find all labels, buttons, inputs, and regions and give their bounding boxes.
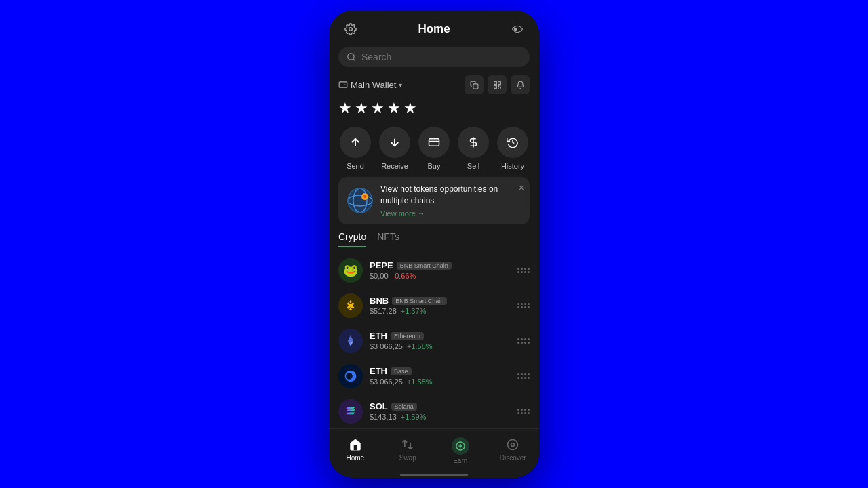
token-avatar-bnb xyxy=(338,293,363,318)
svg-point-27 xyxy=(508,440,518,450)
nav-discover[interactable]: Discover xyxy=(487,434,540,467)
app-header: Home xyxy=(329,10,539,44)
history-button[interactable]: History xyxy=(497,127,528,170)
svg-rect-7 xyxy=(494,81,496,84)
list-item[interactable]: ETH Ethereum $3 066,25 +1.58% xyxy=(338,323,530,359)
search-bar[interactable] xyxy=(338,47,530,67)
token-menu-sol[interactable] xyxy=(517,409,530,414)
receive-button[interactable]: Receive xyxy=(379,127,410,170)
promo-close-button[interactable]: × xyxy=(519,182,524,193)
wallet-action-icons xyxy=(465,75,530,94)
tab-crypto[interactable]: Crypto xyxy=(338,231,366,247)
search-icon xyxy=(347,52,356,62)
token-avatar-pepe: 🐸 xyxy=(338,258,363,283)
action-buttons-row: Send Receive Buy Sell xyxy=(329,124,539,177)
nav-home[interactable]: Home xyxy=(329,434,382,467)
sell-button[interactable]: Sell xyxy=(458,127,489,170)
scan-qr-button[interactable] xyxy=(488,75,507,94)
svg-point-28 xyxy=(511,443,515,447)
token-menu-bnb[interactable] xyxy=(517,303,530,308)
svg-rect-6 xyxy=(473,83,477,88)
list-item[interactable]: SOL Solana $143,13 +1.59% xyxy=(338,394,530,428)
send-button[interactable]: Send xyxy=(340,127,371,170)
token-info-eth-base: ETH Base $3 066,25 +1.58% xyxy=(370,366,511,386)
discover-nav-icon xyxy=(505,437,520,452)
token-avatar-eth-ethereum xyxy=(338,329,363,353)
home-indicator xyxy=(400,474,468,476)
wallet-name-selector[interactable]: Main Wallet ▾ xyxy=(338,80,402,90)
wallet-balance: ★★★★★ xyxy=(329,97,539,124)
notifications-button[interactable] xyxy=(511,75,530,94)
list-item[interactable]: BNB BNB Smart Chain $517,28 +1.37% xyxy=(338,288,530,323)
svg-point-0 xyxy=(349,28,353,31)
settings-button[interactable] xyxy=(341,20,360,39)
svg-point-1 xyxy=(514,28,517,31)
page-title: Home xyxy=(418,22,450,36)
wallet-row: Main Wallet ▾ xyxy=(329,73,539,97)
phone-frame: Home Main Wallet ▾ xyxy=(329,10,539,478)
token-info-pepe: PEPE BNB Smart Chain $0,00 -0.66% xyxy=(370,260,511,280)
promo-icon xyxy=(347,187,374,214)
promo-view-more-link[interactable]: View more → xyxy=(380,209,521,218)
token-list: 🐸 PEPE BNB Smart Chain $0,00 -0.66% xyxy=(329,253,539,428)
token-menu-eth-ethereum[interactable] xyxy=(517,338,530,344)
fish-icon-button[interactable] xyxy=(508,20,527,39)
token-info-eth-ethereum: ETH Ethereum $3 066,25 +1.58% xyxy=(370,331,511,350)
search-input[interactable] xyxy=(361,52,521,62)
wallet-icon xyxy=(338,80,348,89)
promo-banner: View hot tokens opportunities on multipl… xyxy=(338,177,530,224)
svg-rect-9 xyxy=(494,85,496,88)
svg-rect-12 xyxy=(429,139,439,146)
promo-text: View hot tokens opportunities on multipl… xyxy=(380,184,521,218)
nav-earn[interactable]: Earn xyxy=(434,434,487,467)
tab-nfts[interactable]: NFTs xyxy=(377,231,399,247)
token-info-bnb: BNB BNB Smart Chain $517,28 +1.37% xyxy=(370,296,511,315)
svg-rect-5 xyxy=(339,82,347,87)
swap-nav-icon xyxy=(400,437,415,452)
svg-point-24 xyxy=(346,373,353,380)
buy-button[interactable]: Buy xyxy=(418,127,450,170)
token-avatar-eth-base xyxy=(338,364,363,388)
token-menu-eth-base[interactable] xyxy=(517,373,530,379)
svg-rect-8 xyxy=(498,81,500,84)
bottom-navigation: Home Swap Earn xyxy=(329,428,539,470)
token-menu-pepe[interactable] xyxy=(517,268,530,273)
home-nav-icon xyxy=(348,437,363,452)
token-info-sol: SOL Solana $143,13 +1.59% xyxy=(370,401,511,421)
copy-address-button[interactable] xyxy=(465,75,484,94)
earn-nav-icon xyxy=(452,437,469,455)
svg-point-3 xyxy=(348,54,354,60)
list-item[interactable]: 🐸 PEPE BNB Smart Chain $0,00 -0.66% xyxy=(338,253,530,288)
svg-point-2 xyxy=(514,28,515,29)
svg-marker-20 xyxy=(348,335,353,342)
svg-line-4 xyxy=(353,59,355,61)
list-item[interactable]: ETH Base $3 066,25 +1.58% xyxy=(338,359,530,394)
token-avatar-sol xyxy=(338,399,363,424)
asset-tabs: Crypto NFTs xyxy=(329,231,539,247)
nav-swap[interactable]: Swap xyxy=(382,434,435,467)
